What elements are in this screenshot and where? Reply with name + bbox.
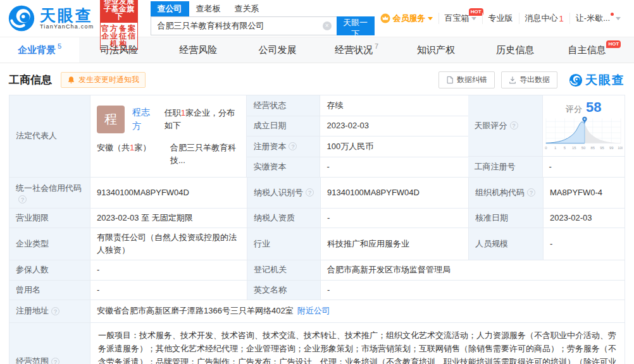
- label-business-term: 营业期限: [9, 209, 90, 228]
- svg-text:15: 15: [572, 146, 576, 150]
- label-registry: 登记机关: [247, 260, 321, 279]
- legal-rep-avatar[interactable]: 程: [97, 106, 125, 133]
- company-nav-tabs: 企业背景 5 司法风险 经营风险 公司发展 经营状况 7 知识产权 历史信息 自…: [0, 37, 634, 63]
- value-registry: 合肥市高新开发区市场监督管理局: [321, 260, 625, 279]
- value-business-scope: 一般项目：技术服务、技术开发、技术咨询、技术交流、技术转让、技术推广；组织文化艺…: [90, 323, 625, 364]
- export-data-button[interactable]: 导出数据: [501, 71, 557, 88]
- clear-search-icon[interactable]: ×: [323, 21, 332, 30]
- label-former-name: 曾用名: [9, 281, 90, 300]
- value-insured-count: -: [90, 260, 247, 279]
- search-tab-company[interactable]: 查公司: [151, 1, 189, 16]
- badge-line1: 国家中小企业发展子基金旗下: [100, 0, 137, 23]
- help-icon[interactable]: [289, 142, 297, 150]
- score-value: 58: [586, 100, 601, 114]
- hot-badge: HOT: [469, 8, 483, 16]
- legal-rep-tenure: 任职1家企业，分布如下: [165, 107, 240, 132]
- help-icon[interactable]: [527, 188, 535, 197]
- label-tianyan-score: 天眼评分: [468, 95, 543, 156]
- label-reg-number: 工商注册号: [468, 157, 543, 177]
- brand-name: 天眼查: [40, 7, 94, 23]
- value-business-term: 2023-02-03 至 无固定期限: [90, 209, 247, 228]
- tab-self-info[interactable]: 自主信息 HOT: [555, 37, 634, 63]
- notification-dot: [611, 13, 614, 16]
- help-icon[interactable]: [306, 188, 314, 197]
- tab-operation-risk[interactable]: 经营风险: [159, 37, 238, 63]
- search-input[interactable]: [156, 21, 323, 32]
- score-distribution-chart: 0 1 5 15 50 85 95 99 100: [544, 116, 623, 151]
- download-icon: [509, 76, 516, 84]
- label-org-code: 组织机构代码: [469, 178, 544, 208]
- value-registered-capital: 100万人民币: [320, 136, 468, 157]
- svg-text:50: 50: [581, 146, 586, 150]
- vip-crown-icon: [380, 13, 390, 23]
- label-insured-count: 参保人数: [9, 260, 90, 279]
- chevron-down-icon: [428, 17, 433, 20]
- value-staff-size: -: [544, 228, 625, 260]
- tianyancha-swirl-icon: [569, 73, 583, 87]
- help-icon[interactable]: [510, 121, 518, 130]
- toolbox-menu[interactable]: HOT 百宝箱: [438, 13, 482, 24]
- message-count-badge: 1: [559, 14, 564, 23]
- value-org-code: MA8PYFW0-4: [544, 178, 625, 208]
- label-staff-size: 人员规模: [469, 228, 544, 260]
- tianyancha-watermark: 天眼查: [569, 72, 625, 88]
- svg-text:5: 5: [564, 146, 566, 150]
- value-taxpayer-id: 91340100MA8PYFW04D: [321, 178, 469, 208]
- tab-judicial-risk[interactable]: 司法风险: [79, 37, 158, 63]
- value-credit-code: 91340100MA8PYFW04D: [90, 178, 247, 208]
- label-company-type: 企业类型: [9, 228, 90, 260]
- value-operating-status: 存续: [320, 95, 468, 116]
- label-taxpayer-id: 纳税人识别号: [247, 178, 321, 208]
- section-title: 工商信息: [9, 73, 52, 87]
- search-button[interactable]: 天眼一下: [337, 16, 375, 35]
- notify-on-change-button[interactable]: 发生变更时通知我: [61, 72, 146, 88]
- label-business-scope: 经营范围: [9, 323, 90, 364]
- search-tab-relation[interactable]: 查关系: [228, 1, 266, 16]
- message-center-menu[interactable]: 消息中心 1: [519, 13, 569, 24]
- tab-count: 7: [375, 42, 378, 50]
- tab-company-development[interactable]: 公司发展: [238, 37, 317, 63]
- value-taxpayer-quality: -: [321, 209, 469, 228]
- svg-text:85: 85: [591, 146, 595, 150]
- label-english-name: 英文名称: [247, 281, 321, 300]
- help-icon[interactable]: [18, 195, 27, 203]
- section-header: 工商信息 发生变更时通知我 数据纠错 导出数据: [9, 71, 625, 88]
- value-industry: 科技推广和应用服务业: [321, 228, 469, 260]
- value-reg-number: -: [543, 157, 625, 177]
- help-icon[interactable]: [51, 358, 59, 364]
- label-registered-capital: 注册资本: [247, 136, 320, 157]
- score-caption: 评分: [566, 103, 582, 116]
- tab-history-info[interactable]: 历史信息: [476, 37, 555, 63]
- pro-version-menu[interactable]: 专业版: [482, 13, 519, 24]
- value-paid-capital: -: [320, 157, 468, 178]
- username: 让-米歇...: [576, 13, 610, 24]
- user-account-menu[interactable]: 让-米歇...: [569, 13, 626, 24]
- search-tabs: 查公司 查老板 查关系: [151, 1, 375, 16]
- legal-rep-name-link[interactable]: 程志方: [132, 106, 156, 133]
- label-taxpayer-quality: 纳税人资质: [247, 209, 321, 228]
- chevron-down-icon: [471, 17, 476, 20]
- tab-operating-status[interactable]: 经营状况 7: [317, 37, 396, 63]
- search-area: 查公司 查老板 查关系 × 天眼一下: [151, 1, 375, 35]
- value-approval-date: 2023-02-03: [544, 209, 625, 228]
- svg-text:0: 0: [545, 146, 548, 150]
- data-correction-button[interactable]: 数据纠错: [438, 71, 495, 88]
- tianyancha-logo[interactable]: 天眼查 TianYanCha.com: [8, 4, 94, 32]
- user-menu: 会员服务 HOT 百宝箱 专业版 消息中心 1 让-米歇...: [375, 13, 626, 24]
- help-icon[interactable]: [51, 307, 59, 315]
- vip-services-menu[interactable]: 会员服务: [375, 13, 438, 24]
- bell-icon: [67, 76, 75, 84]
- label-approval-date: 核准日期: [469, 209, 544, 228]
- label-operating-status: 经营状态: [247, 95, 320, 116]
- nearby-companies-link[interactable]: 附近公司: [297, 305, 330, 317]
- brand-domain: TianYanCha.com: [40, 23, 94, 30]
- svg-text:95: 95: [600, 146, 605, 150]
- business-info-table: 法定代表人 程 程志方 任职1家企业，分布如下 安徽（共1家） 合肥三只羊教育科…: [9, 95, 625, 364]
- legal-rep-company[interactable]: 合肥三只羊教育科技...: [170, 142, 240, 167]
- hot-badge: HOT: [606, 40, 621, 48]
- tab-intellectual-property[interactable]: 知识产权: [396, 37, 475, 63]
- search-tab-boss[interactable]: 查老板: [189, 1, 228, 16]
- label-paid-capital: 实缴资本: [247, 157, 320, 178]
- tab-company-background[interactable]: 企业背景 5: [0, 37, 79, 63]
- chevron-down-icon: [616, 17, 621, 20]
